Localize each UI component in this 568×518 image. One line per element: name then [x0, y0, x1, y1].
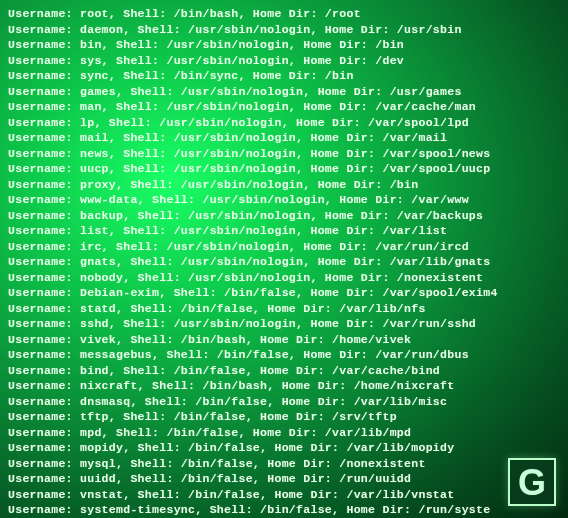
user-entry: Username: uuidd, Shell: /bin/false, Home… — [8, 471, 560, 487]
user-entry: Username: proxy, Shell: /usr/sbin/nologi… — [8, 177, 560, 193]
user-entry: Username: man, Shell: /usr/sbin/nologin,… — [8, 99, 560, 115]
user-entry: Username: root, Shell: /bin/bash, Home D… — [8, 6, 560, 22]
user-entry: Username: lp, Shell: /usr/sbin/nologin, … — [8, 115, 560, 131]
user-entry: Username: www-data, Shell: /usr/sbin/nol… — [8, 192, 560, 208]
user-entry: Username: irc, Shell: /usr/sbin/nologin,… — [8, 239, 560, 255]
site-logo: G — [508, 458, 556, 506]
user-entry: Username: backup, Shell: /usr/sbin/nolog… — [8, 208, 560, 224]
user-entry: Username: mpd, Shell: /bin/false, Home D… — [8, 425, 560, 441]
user-entry: Username: list, Shell: /usr/sbin/nologin… — [8, 223, 560, 239]
user-entry: Username: mysql, Shell: /bin/false, Home… — [8, 456, 560, 472]
user-entry: Username: messagebus, Shell: /bin/false,… — [8, 347, 560, 363]
user-entry: Username: gnats, Shell: /usr/sbin/nologi… — [8, 254, 560, 270]
user-entry: Username: nixcraft, Shell: /bin/bash, Ho… — [8, 378, 560, 394]
user-entry: Username: vivek, Shell: /bin/bash, Home … — [8, 332, 560, 348]
logo-letter: G — [518, 459, 546, 507]
user-entry: Username: tftp, Shell: /bin/false, Home … — [8, 409, 560, 425]
user-entry: Username: statd, Shell: /bin/false, Home… — [8, 301, 560, 317]
user-entry: Username: mail, Shell: /usr/sbin/nologin… — [8, 130, 560, 146]
user-entry: Username: games, Shell: /usr/sbin/nologi… — [8, 84, 560, 100]
user-entry: Username: sync, Shell: /bin/sync, Home D… — [8, 68, 560, 84]
user-entry: Username: bind, Shell: /bin/false, Home … — [8, 363, 560, 379]
user-entry: Username: nobody, Shell: /usr/sbin/nolog… — [8, 270, 560, 286]
user-entry: Username: sys, Shell: /usr/sbin/nologin,… — [8, 53, 560, 69]
terminal-output: Username: root, Shell: /bin/bash, Home D… — [8, 6, 560, 518]
user-entry: Username: bin, Shell: /usr/sbin/nologin,… — [8, 37, 560, 53]
user-entry: Username: vnstat, Shell: /bin/false, Hom… — [8, 487, 560, 503]
user-entry: Username: news, Shell: /usr/sbin/nologin… — [8, 146, 560, 162]
user-entry: Username: Debian-exim, Shell: /bin/false… — [8, 285, 560, 301]
user-entry: Username: mopidy, Shell: /bin/false, Hom… — [8, 440, 560, 456]
user-entry: Username: daemon, Shell: /usr/sbin/nolog… — [8, 22, 560, 38]
user-entry: Username: uucp, Shell: /usr/sbin/nologin… — [8, 161, 560, 177]
user-entry: Username: sshd, Shell: /usr/sbin/nologin… — [8, 316, 560, 332]
user-entry: Username: systemd-timesync, Shell: /bin/… — [8, 502, 560, 518]
user-entry: Username: dnsmasq, Shell: /bin/false, Ho… — [8, 394, 560, 410]
